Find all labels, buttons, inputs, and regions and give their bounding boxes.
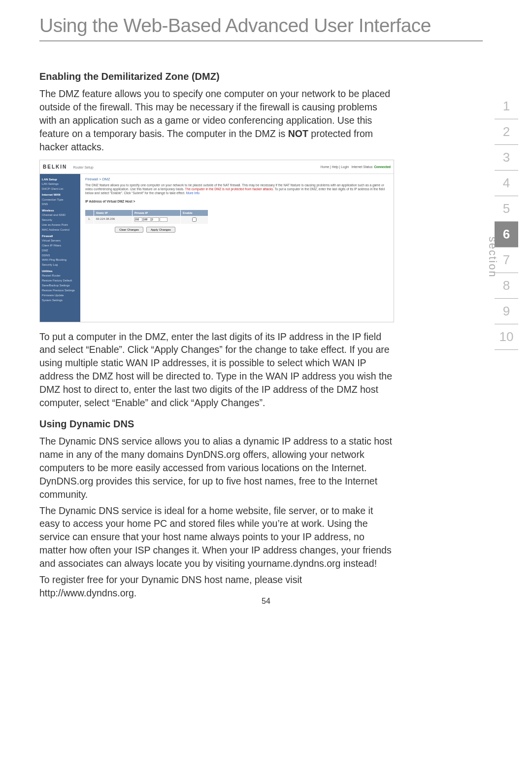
- ss-nav-item[interactable]: Security: [42, 218, 78, 223]
- ss-link-login[interactable]: Login: [341, 165, 349, 169]
- heading-ddns: Using Dynamic DNS: [39, 418, 394, 430]
- ss-nav-item[interactable]: Security Log: [42, 263, 78, 268]
- ss-ip-octet-4[interactable]: [160, 217, 167, 222]
- ss-nav-item[interactable]: Restart Router: [42, 274, 78, 278]
- section-nav-item-4[interactable]: 4: [495, 171, 518, 196]
- ss-nav-item[interactable]: Channel and SSID: [42, 213, 78, 218]
- section-nav-item-9[interactable]: 9: [495, 299, 518, 324]
- ss-nav-item[interactable]: Restore Factory Default: [42, 278, 78, 283]
- ss-nav-item[interactable]: DNS: [42, 202, 78, 207]
- section-nav-label: section: [486, 237, 499, 278]
- ss-nav-group-lan: LAN Setup: [42, 177, 78, 182]
- ss-ip-octet-3[interactable]: [151, 217, 159, 222]
- ss-row-index: 1.: [85, 216, 94, 224]
- page-title: Using the Web-Based Advanced User Interf…: [39, 15, 483, 36]
- ss-breadcrumb: Firewall > DMZ: [85, 177, 389, 181]
- ss-nav-group-wireless: Wireless: [42, 208, 78, 213]
- ss-subtitle: Router Setup: [73, 166, 93, 169]
- ss-apply-changes-button[interactable]: Apply Changes: [146, 227, 175, 233]
- ss-nav-group-wan: Internet WAN: [42, 192, 78, 197]
- ss-nav-group-firewall: Firewall: [42, 234, 78, 239]
- ss-nav-item[interactable]: Save/Backup Settings: [42, 283, 78, 288]
- ss-header: BELKIN Router Setup Home | Help | Login …: [40, 160, 394, 174]
- paragraph-dmz-1: The DMZ feature allows you to specify on…: [39, 87, 394, 154]
- ss-link-help[interactable]: Help: [332, 165, 338, 169]
- section-nav-item-10[interactable]: 10: [495, 324, 518, 350]
- section-nav-item-5[interactable]: 5: [495, 196, 518, 222]
- ss-clear-changes-button[interactable]: Clear Changes: [115, 227, 143, 233]
- ss-nav-item[interactable]: Client IP Filters: [42, 243, 78, 248]
- ss-nav-item[interactable]: LAN Settings: [42, 182, 78, 187]
- ss-static-ip: 69.224.38.206: [94, 216, 133, 224]
- ss-link-home[interactable]: Home: [321, 165, 329, 169]
- ss-nav-item[interactable]: System Settings: [42, 298, 78, 303]
- ss-sidebar: LAN Setup LAN Settings DHCP Client List …: [40, 174, 80, 322]
- ss-nav-item[interactable]: Restore Previous Settings: [42, 288, 78, 293]
- ss-nav-item[interactable]: Use as Access Point: [42, 223, 78, 228]
- ss-table-row: 1. 69.224.38.206: [85, 216, 208, 224]
- paragraph-ddns-3: To register free for your Dynamic DNS ho…: [39, 573, 394, 600]
- paragraph-ddns-2: The Dynamic DNS service is ideal for a h…: [39, 504, 394, 571]
- ss-nav-item[interactable]: Virtual Servers: [42, 239, 78, 243]
- paragraph-ddns-1: The Dynamic DNS service allows you to al…: [39, 435, 394, 501]
- ss-nav-item[interactable]: DHCP Client List: [42, 187, 78, 192]
- ss-nav-item[interactable]: DMZ: [42, 248, 78, 253]
- ss-nav-item[interactable]: Connection Type: [42, 198, 78, 203]
- page-title-rule: Using the Web-Based Advanced User Interf…: [39, 15, 483, 41]
- ss-header-links: Home | Help | Login Internet Status: Con…: [321, 165, 391, 169]
- ss-nav-group-utilities: Utilities: [42, 269, 78, 274]
- section-nav: 1 2 3 4 5 6 7 8 9 10 section: [495, 94, 518, 350]
- page-number: 54: [262, 597, 270, 606]
- ss-nav-item[interactable]: WAN Ping Blocking: [42, 258, 78, 263]
- paragraph-dmz-2: To put a computer in the DMZ, enter the …: [39, 330, 394, 410]
- ss-nav-item[interactable]: DDNS: [42, 253, 78, 258]
- section-nav-item-3[interactable]: 3: [495, 145, 518, 171]
- ss-status-value: Connected: [374, 165, 391, 169]
- ss-nav-item[interactable]: Firmware Update: [42, 293, 78, 298]
- ss-table-header: Static IP Private IP Enable: [85, 210, 208, 216]
- ss-enable-checkbox[interactable]: [192, 217, 197, 222]
- ss-description: The DMZ feature allows you to specify on…: [85, 183, 389, 196]
- ss-nav-item[interactable]: MAC Address Control: [42, 228, 78, 233]
- ss-status-label: Internet Status:: [352, 165, 373, 169]
- ss-more-info-link[interactable]: More Info: [186, 191, 200, 195]
- ss-ip-label: IP Address of Virtual DMZ Host >: [85, 200, 389, 203]
- ss-ip-octet-2[interactable]: [143, 217, 151, 222]
- ss-main: Firewall > DMZ The DMZ feature allows yo…: [80, 174, 394, 322]
- ss-logo: BELKIN: [43, 164, 67, 170]
- heading-dmz: Enabling the Demilitarized Zone (DMZ): [39, 71, 394, 82]
- section-nav-item-1[interactable]: 1: [495, 94, 518, 119]
- router-screenshot: BELKIN Router Setup Home | Help | Login …: [39, 160, 394, 322]
- section-nav-item-2[interactable]: 2: [495, 119, 518, 145]
- ss-ip-octet-1[interactable]: [134, 217, 142, 222]
